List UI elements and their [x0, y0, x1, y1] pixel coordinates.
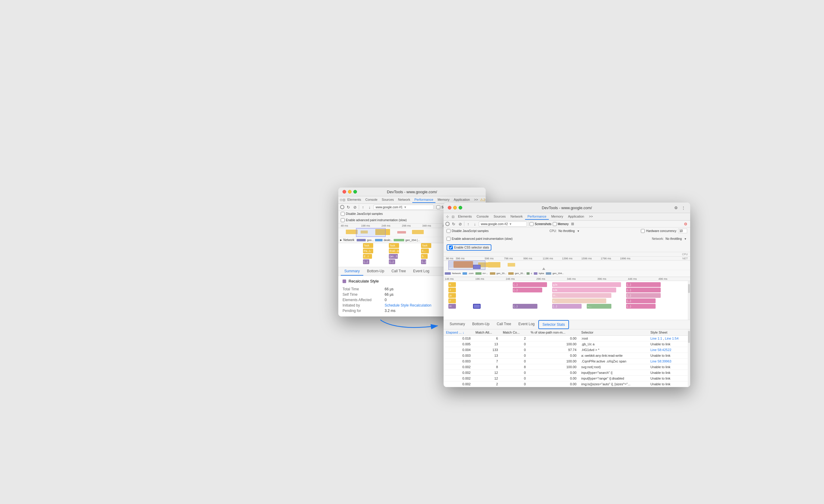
flame-block-j[interactable]: J [448, 288, 456, 292]
col-selector[interactable]: Selector [579, 330, 648, 336]
tab-sources-front[interactable]: Sources [491, 214, 508, 220]
flame-block[interactable]: Pa...L [363, 249, 373, 253]
upload-icon[interactable]: ↑ [360, 204, 366, 210]
flame-block[interactable]: (...) [421, 259, 426, 264]
url-dropdown-front[interactable]: ▼ [509, 222, 512, 226]
settings-icon-front2[interactable]: ⚙ [683, 221, 688, 227]
flame-block-dots8[interactable]: (...) [552, 304, 582, 309]
warning-icon[interactable]: ⚠ [480, 197, 483, 203]
tab-elements-front[interactable]: Elements [455, 214, 474, 220]
tab-performance-back[interactable]: Performance [412, 197, 435, 203]
table-row[interactable]: 0.018620.00:rootLine 1:1 , Line 1:54 [443, 336, 690, 342]
table-row[interactable]: 0.004133097.74.HG1dvd > *Line 58:42522 [443, 347, 690, 353]
table-row[interactable]: 0.002200.00img:is([sizes="auto" i], [siz… [443, 381, 690, 387]
col-elapsed[interactable]: Elapsed ... ↓ [443, 330, 473, 336]
flame-block-dots7[interactable]: (...) [513, 304, 537, 309]
selector-stats-table-container[interactable]: Elapsed ... ↓ Match Att... Match Co... %… [443, 330, 690, 387]
tab-application-front[interactable]: Application [566, 214, 587, 220]
minimize-button-back[interactable] [348, 190, 351, 194]
enable-paint-front[interactable]: Enable advanced paint instrumentation (s… [446, 237, 512, 241]
inspect-icon-front[interactable]: ⊹ [445, 214, 450, 219]
download-icon-front[interactable]: ↓ [472, 221, 478, 227]
tab-more-back[interactable]: >> [472, 197, 480, 203]
maximize-button-back[interactable] [353, 190, 357, 194]
settings-icon-front[interactable]: ⚙ [673, 205, 679, 210]
clear-button-front[interactable]: ⊘ [457, 221, 463, 227]
tab-console-back[interactable]: Console [363, 197, 380, 203]
table-row[interactable]: 0.0021200.00input[type="range" i]:disabl… [443, 376, 690, 381]
flame-block-f[interactable]: F [448, 298, 456, 303]
tab-elements-back[interactable]: Elements [345, 197, 363, 203]
minimize-button-front[interactable] [453, 206, 457, 210]
flame-block-gja[interactable]: gJa [552, 282, 621, 287]
close-button-back[interactable] [342, 190, 346, 194]
cpu-dropdown-front[interactable]: ▼ [577, 229, 580, 233]
flame-block-dash[interactable]: --... [587, 304, 611, 309]
tab-network-back[interactable]: Network [396, 197, 412, 203]
flame-block-dots4[interactable]: (...) [626, 288, 661, 292]
flame-block[interactable]: E...t [363, 254, 372, 259]
table-row[interactable]: 0.0021200.00input[type="search" i]Unable… [443, 370, 690, 376]
flame-chart-scrollbar[interactable] [688, 281, 690, 320]
url-dropdown-back[interactable]: ▼ [404, 206, 407, 209]
col-slow-path[interactable]: % of slow-path non-m... [528, 330, 579, 336]
tab-memory-back[interactable]: Memory [435, 197, 452, 203]
enable-paint-back[interactable]: Enable advanced paint instrumentation (s… [341, 218, 407, 222]
disable-js-samples-front[interactable]: Disable JavaScript samples [446, 229, 489, 233]
memory-checkbox-front[interactable]: Memory [553, 222, 569, 226]
flame-block-dots2[interactable]: (...) [626, 282, 661, 287]
tab-more-front[interactable]: >> [587, 214, 595, 220]
device-icon-front[interactable]: ⊡ [450, 214, 455, 219]
upload-icon-front[interactable]: ↑ [466, 221, 471, 227]
style-sheet-link[interactable]: Line 58:39963 [650, 359, 672, 363]
flame-block-selected[interactable] [473, 304, 481, 309]
summary-link-schedule[interactable]: Schedule Style Recalculation [385, 303, 431, 307]
scrollbar-thumb[interactable] [688, 284, 690, 293]
clear-button-back[interactable]: ⊘ [352, 204, 357, 210]
table-scrollbar[interactable] [688, 330, 690, 387]
style-sheet-link[interactable]: Line 1:54 [665, 337, 679, 340]
tab-bottom-up-back[interactable]: Bottom-Up [363, 267, 388, 276]
traffic-lights-front[interactable] [448, 206, 462, 210]
tab-console-front[interactable]: Console [474, 214, 491, 220]
col-style-sheet[interactable]: Style Sheet [648, 330, 690, 336]
flame-block[interactable]: Task [363, 243, 373, 248]
flame-block[interactable]: (...) [363, 259, 370, 264]
screenshot-checkbox-input-back[interactable] [436, 205, 440, 209]
network-dropdown-front[interactable]: ▼ [684, 237, 687, 241]
flame-block-dots1[interactable]: (...) [513, 282, 547, 287]
table-row[interactable]: 0.005130100.00.gb_Uc aUnable to link [443, 342, 690, 347]
table-scrollbar-thumb[interactable] [688, 331, 690, 343]
tab-event-log-front[interactable]: Event Log [515, 320, 538, 329]
col-match-count[interactable]: Match Co... [500, 330, 528, 336]
more-icon-front[interactable]: ⋮ [681, 205, 686, 210]
tab-bottom-up-front[interactable]: Bottom-Up [469, 320, 493, 329]
flame-block[interactable]: Task [389, 243, 399, 248]
flame-chart-front[interactable]: K (...) gJa (...) J (...) sJa (...) ja m… [443, 281, 690, 320]
flame-block[interactable]: (an...S) [389, 254, 398, 259]
flame-block-ja[interactable]: ja [448, 293, 456, 298]
flame-block-sja[interactable]: sJa [552, 288, 616, 292]
tab-call-tree-front[interactable]: Call Tree [493, 320, 515, 329]
flame-block-dots9[interactable]: (...) [626, 304, 655, 309]
table-row[interactable]: 0.00370100.00.CqmPRe:active .oXqZxc span… [443, 359, 690, 364]
flame-block-k[interactable]: K [448, 282, 456, 287]
record-button-front[interactable] [445, 222, 449, 226]
traffic-lights-back[interactable] [342, 190, 357, 194]
css-selector-stats-checkbox[interactable]: Enable CSS selector stats [446, 244, 491, 251]
hardware-value-input[interactable] [678, 229, 687, 233]
style-sheet-link[interactable]: Line 58:42522 [650, 348, 672, 352]
timeline-overview-front[interactable]: Network .com m=... gen_20... gen_20... c… [443, 261, 690, 277]
flame-block[interactable]: Eval...ipt [389, 249, 399, 253]
tab-application-back[interactable]: Application [452, 197, 472, 203]
tab-summary-front[interactable]: Summary [446, 320, 469, 329]
inspect-icon[interactable]: ⊹ [339, 197, 342, 203]
record-button-back[interactable] [340, 205, 344, 209]
disable-js-samples-back[interactable]: Disable JavaScript samples [341, 212, 383, 216]
flame-block[interactable]: F... [421, 249, 429, 253]
cache-icon-front[interactable]: ⊞ [570, 221, 575, 227]
screenshot-checkbox-front[interactable]: Screenshots [530, 222, 551, 226]
flame-block-h[interactable]: H [448, 304, 456, 309]
tab-selector-stats-front[interactable]: Selector Stats [538, 320, 569, 329]
hardware-concurrency-front[interactable]: Hardware concurrency [641, 229, 676, 233]
